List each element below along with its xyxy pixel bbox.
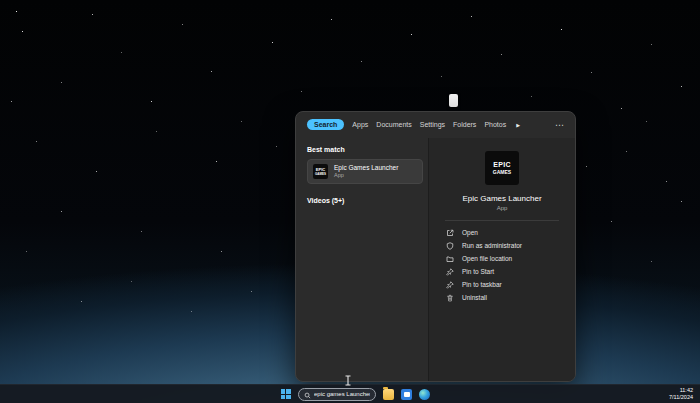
action-pin-to-taskbar[interactable]: Pin to taskbar (446, 278, 558, 291)
trash-icon (446, 294, 454, 302)
epic-games-logo-large: EPIC GAMES (485, 151, 519, 185)
action-label: Uninstall (462, 294, 487, 301)
detail-divider (445, 220, 559, 221)
search-flyout-panel: Search Apps Documents Settings Folders P… (295, 111, 576, 382)
file-explorer-icon[interactable] (383, 389, 394, 400)
pin-icon (446, 281, 454, 289)
windows-logo-icon (281, 389, 286, 394)
pin-icon (446, 268, 454, 276)
edge-icon[interactable] (419, 389, 430, 400)
videos-section-heading[interactable]: Videos (5+) (307, 197, 423, 204)
action-open-file-location[interactable]: Open file location (446, 252, 558, 265)
search-filter-tabbar: Search Apps Documents Settings Folders P… (296, 112, 575, 135)
search-query-text: epic games Launcher (314, 391, 370, 397)
action-label: Pin to taskbar (462, 281, 502, 288)
best-match-result-epic-games-launcher[interactable]: EPIC GAMES Epic Games Launcher App (307, 159, 423, 184)
action-run-as-administrator[interactable]: Run as administrator (446, 239, 558, 252)
desktop: Search Apps Documents Settings Folders P… (0, 0, 700, 403)
clock-time: 11:42 (669, 387, 693, 394)
store-icon[interactable] (401, 389, 412, 400)
action-open[interactable]: Open (446, 226, 558, 239)
action-label: Pin to Start (462, 268, 494, 275)
taskbar-clock[interactable]: 11:42 7/11/2024 (669, 387, 693, 401)
windows-logo-icon (286, 389, 291, 394)
shield-icon (446, 242, 454, 250)
taskbar-center-group: epic games Launcher (280, 385, 430, 403)
starfield (0, 0, 1, 1)
tab-photos[interactable]: Photos (484, 119, 506, 130)
search-results-column: Best match EPIC GAMES Epic Games Launche… (296, 138, 428, 381)
tabs-overflow-chevron-icon[interactable]: ▶ (516, 122, 520, 128)
taskbar-search-input[interactable]: epic games Launcher (298, 388, 376, 401)
epic-logo-text-1: EPIC (493, 161, 511, 169)
best-match-subtitle: App (334, 172, 398, 179)
action-label: Open (462, 229, 478, 236)
action-label: Run as administrator (462, 242, 522, 249)
epic-logo-text-2: GAMES (315, 172, 326, 176)
tab-settings[interactable]: Settings (420, 119, 445, 130)
epic-logo-text-2: GAMES (493, 169, 511, 175)
open-icon (446, 229, 454, 237)
floating-white-icon (449, 94, 458, 107)
action-pin-to-start[interactable]: Pin to Start (446, 265, 558, 278)
app-actions-list: Open Run as administrator Open file loca… (429, 226, 575, 304)
tab-folders[interactable]: Folders (453, 119, 476, 130)
search-detail-pane: EPIC GAMES Epic Games Launcher App Open (428, 138, 575, 381)
more-options-icon[interactable]: ⋯ (555, 122, 565, 128)
detail-app-title: Epic Games Launcher (462, 194, 541, 203)
start-button[interactable] (280, 389, 291, 400)
tab-apps[interactable]: Apps (352, 119, 368, 130)
action-uninstall[interactable]: Uninstall (446, 291, 558, 304)
detail-app-subtitle: App (497, 205, 508, 211)
tab-documents[interactable]: Documents (376, 119, 411, 130)
epic-games-logo-small: EPIC GAMES (313, 164, 328, 179)
best-match-texts: Epic Games Launcher App (334, 164, 398, 179)
windows-logo-icon (281, 395, 286, 400)
best-match-heading: Best match (307, 146, 423, 153)
search-panel-body: Best match EPIC GAMES Epic Games Launche… (296, 138, 575, 381)
best-match-title: Epic Games Launcher (334, 164, 398, 172)
windows-logo-icon (286, 395, 291, 400)
clock-date: 7/11/2024 (669, 394, 693, 401)
folder-icon (446, 255, 454, 263)
search-icon (304, 385, 311, 403)
action-label: Open file location (462, 255, 512, 262)
tab-search[interactable]: Search (307, 119, 344, 130)
text-cursor (344, 372, 352, 390)
